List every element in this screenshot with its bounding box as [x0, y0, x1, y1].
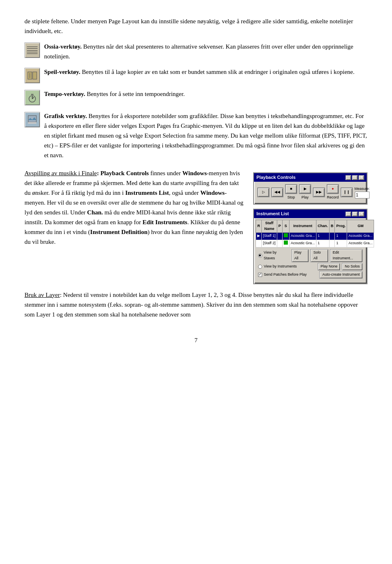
play-back-item: ▷	[257, 187, 270, 197]
playback-titlebar: Playback Controls _ □ ×	[254, 173, 367, 182]
stop-label: Stop	[287, 195, 295, 201]
bruk-layer-underline: Bruk av Layer	[24, 292, 60, 298]
row2-b	[329, 240, 335, 247]
instrument-title: Instrument List	[256, 210, 289, 217]
inst-row-2[interactable]: [Staff 2] Acoustic Gra... 1 1 Acoustic G…	[256, 240, 374, 247]
inst-header-row: R Staff Name P S Instrument Chan. B Prog…	[256, 220, 374, 233]
ossia-label: Ossia-verktøy.	[44, 43, 82, 50]
row2-p	[277, 240, 282, 247]
avspilling-bold5: Chan.	[87, 209, 103, 216]
row1-instrument: Acoustic Gra...	[289, 232, 316, 240]
grafisk-icon	[24, 112, 40, 127]
row1-b	[329, 232, 335, 240]
no-solos-button[interactable]: No Solos	[342, 263, 363, 270]
play-button[interactable]: ▶	[299, 184, 311, 194]
row2-chan: 1	[316, 240, 329, 247]
play-item: ▶ Play	[299, 184, 311, 201]
speil-desc: Benyttes til å lage kopier av en takt so…	[82, 69, 355, 75]
speil-section: Speil-verktøy. Benyttes til å lage kopie…	[24, 67, 368, 83]
row1-name: [Staff 1]	[262, 232, 277, 240]
avspilling-bold3: Instruments List	[125, 189, 169, 196]
playback-body: ▷ ◀◀ ■ Stop ▶	[254, 182, 367, 204]
avspilling-bold7: Instrument Definition	[90, 229, 147, 235]
ossia-icon	[24, 42, 40, 58]
radio-staves-circle[interactable]	[258, 254, 262, 258]
playback-controls-window: Playback Controls _ □ × ▷	[253, 172, 368, 205]
page-number-text: 7	[194, 337, 198, 343]
inst-row-1[interactable]: ▶ [Staff 1] Acoustic Gra... 1 1 Acoustic…	[256, 232, 374, 240]
play-all-button[interactable]: Play All	[292, 249, 309, 262]
tempo-desc: Benyttes for å sette inn tempoendringer.	[87, 91, 185, 97]
speil-icon	[24, 68, 40, 83]
auto-create-button[interactable]: Auto-create Instrument	[319, 271, 363, 279]
svg-rect-10	[28, 122, 36, 124]
row1-chan: 1	[316, 232, 329, 240]
tempo-icon	[24, 90, 40, 105]
row2-s	[282, 240, 289, 247]
row1-r: ▶	[256, 232, 262, 240]
row2-r	[256, 240, 262, 247]
send-patches-label: Send Patches Before Play	[264, 272, 307, 278]
record-button[interactable]: ●	[327, 184, 339, 194]
radio-staves-label: View by Staves	[264, 250, 288, 261]
col-prog: Prog.	[335, 220, 347, 233]
radio-instruments-circle[interactable]	[258, 265, 262, 269]
rewind-button[interactable]: ◀◀	[271, 187, 283, 197]
row1-s	[282, 232, 289, 240]
rewind-item: ◀◀	[271, 187, 283, 197]
avspilling-bold4: Windows	[200, 189, 225, 196]
main-content: de stiplete feltene. Under menyen Page L…	[24, 16, 368, 345]
record-label: Record	[327, 195, 339, 201]
play-back-button[interactable]: ▷	[257, 187, 270, 197]
minimize-button[interactable]: _	[345, 175, 351, 180]
measure-item: Measure:	[354, 186, 370, 199]
fastforward-button[interactable]: ▶▶	[313, 187, 325, 197]
green-square-1	[284, 233, 288, 237]
instrument-table: R Staff Name P S Instrument Chan. B Prog…	[256, 220, 374, 247]
col-b: B	[329, 220, 335, 233]
edit-instrument-button[interactable]: Edit Instrument...	[330, 249, 363, 262]
row2-name: [Staff 2]	[262, 240, 277, 247]
pause-button[interactable]: ❙❙	[341, 187, 353, 197]
col-r: R	[256, 220, 262, 233]
avspilling-para: Avspilling av musikk i Finale: Playback …	[24, 168, 245, 247]
row1-gm: Acoustic Gra...	[347, 232, 374, 240]
col-staffname: Staff Name	[262, 220, 277, 233]
inst-maximize-button[interactable]: □	[352, 212, 358, 216]
inst-close-button[interactable]: ×	[359, 212, 364, 216]
col-chan: Chan.	[316, 220, 329, 233]
play-none-button[interactable]: Play None	[318, 263, 341, 270]
radio-staves-dot	[259, 254, 261, 256]
green-square-2	[284, 241, 288, 245]
instrument-footer: View by Staves Play All Solo All Edit In…	[256, 247, 365, 282]
stop-button[interactable]: ■	[285, 184, 297, 194]
inst-minimize-button[interactable]: _	[345, 212, 351, 216]
instrument-body: R Staff Name P S Instrument Chan. B Prog…	[254, 218, 367, 283]
avspilling-bold6: Edit Instruments	[143, 219, 187, 225]
intro-para: de stiplete feltene. Under menyen Page L…	[24, 16, 368, 36]
measure-label: Measure:	[354, 186, 370, 192]
maximize-button[interactable]: □	[352, 175, 358, 180]
close-button[interactable]: ×	[359, 175, 364, 180]
col-instrument: Instrument	[289, 220, 316, 233]
row2-prog: 1	[335, 240, 347, 247]
pause-item: ❙❙	[341, 187, 353, 197]
bruk-layer-para: Bruk av Layer: Nederst til venstre i not…	[24, 290, 368, 319]
radio-view-instruments: View by Instruments Play None No Solos	[258, 263, 363, 270]
avspilling-layout: Avspilling av musikk i Finale: Playback …	[24, 168, 368, 284]
col-p: P	[277, 220, 282, 233]
solo-all-button[interactable]: Solo All	[310, 249, 328, 262]
svg-rect-7	[31, 94, 33, 95]
row1-prog: 1	[335, 232, 347, 240]
speil-label: Speil-verktøy.	[44, 69, 80, 75]
ossia-desc: Benyttes når det skal presenteres to alt…	[44, 43, 353, 60]
measure-input[interactable]	[355, 192, 370, 198]
row2-instrument: Acoustic Gra...	[289, 240, 316, 247]
speil-text: Speil-verktøy. Benyttes til å lage kopie…	[44, 67, 368, 77]
svg-rect-1	[33, 72, 37, 79]
playback-title: Playback Controls	[256, 174, 296, 181]
grafisk-label: Grafisk verktøy.	[44, 113, 87, 119]
send-patches-checkbox[interactable]: ✓	[258, 273, 262, 277]
avspilling-section: Avspilling av musikk i Finale: Playback …	[24, 168, 368, 284]
avspilling-bold2: Windows	[183, 170, 207, 176]
